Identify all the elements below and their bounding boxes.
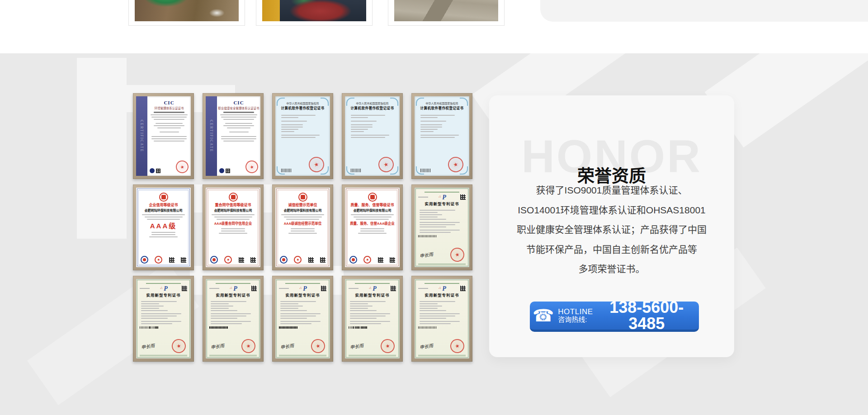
- description-line: ISO14001环境管理体系认证和OHSAS18001: [503, 200, 721, 220]
- certificate-title: 计算机软件著作权登记证书: [281, 107, 325, 110]
- green-ornament: [146, 283, 181, 284]
- qr-code: [182, 286, 187, 291]
- certificate-paper: P 实用新型专利证书 申长雨 ★: [275, 279, 330, 358]
- description-line: 节能环保产品，中国自主创新名优产品等: [503, 240, 721, 259]
- qr-code: [226, 169, 230, 173]
- national-emblem-seal: ★: [240, 338, 257, 354]
- certificate-paper: 质量、服务、信誉等级证书 合肥珂玛环保科技有限公司 质量、服务、信誉AAA级企业…: [345, 188, 400, 267]
- national-emblem-seal: ★: [449, 246, 466, 263]
- hotline-button[interactable]: ☎ HOTLINE 咨询热线: 138-5600-3485: [530, 302, 699, 332]
- certificate-item-credit-rating[interactable]: 诚信经营示范单位 合肥珂玛环保科技有限公司 AAA级诚信经营示范单位 ★: [272, 184, 333, 270]
- certificate-paper: CERTIFICATE CIC 职业健康安全管理体系认证证书 ★: [206, 96, 260, 176]
- issuing-authority: 中华人民共和国国家版权局: [356, 102, 388, 105]
- issuing-authority: 中华人民共和国国家版权局: [425, 102, 458, 105]
- certificate-item-credit-rating[interactable]: 质量、服务、信誉等级证书 合肥珂玛环保科技有限公司 质量、服务、信誉AAA级企业…: [342, 184, 403, 270]
- certificate-grid: CERTIFICATE CIC 环境管理体系认证证书 ★ CERTIFICATE: [133, 93, 472, 362]
- green-footer-band: [279, 355, 326, 356]
- certificate-side-band: CERTIFICATE: [206, 96, 217, 176]
- signature: 申长雨: [349, 342, 364, 350]
- honor-card: HONOR 荣誉资质 获得了ISO9001质量管理体系认证、 ISO14001环…: [489, 95, 734, 357]
- company-name: 合肥珂玛环保科技有限公司: [354, 209, 392, 212]
- certificate-title: 重合同守信用等级证书: [215, 203, 251, 207]
- qr-code: [181, 257, 186, 263]
- phone-icon: ☎: [533, 307, 554, 324]
- certificate-item-utility-patent[interactable]: P 实用新型专利证书 申长雨 ★: [342, 276, 403, 362]
- certificate-title: 诚信经营示范单位: [288, 203, 317, 207]
- qr-code: [156, 169, 160, 173]
- project-gallery-card[interactable]: [388, 0, 505, 26]
- certificate-paper: 中华人民共和国国家版权局 计算机软件著作权登记证书 ★: [275, 96, 330, 176]
- barcode: [140, 326, 159, 329]
- round-logo: [141, 256, 148, 264]
- hotline-label-zh: 咨询热线:: [558, 316, 587, 324]
- certificate-title: 实用新型专利证书: [349, 293, 396, 297]
- certificate-side-band: CERTIFICATE: [136, 96, 147, 176]
- national-emblem-seal: ★: [379, 338, 396, 354]
- description-line: 获得了ISO9001质量管理体系认证、: [503, 180, 721, 200]
- cic-logo: CIC: [164, 100, 174, 105]
- certificate-item-utility-patent[interactable]: P 实用新型专利证书 申长雨 ★: [411, 276, 472, 362]
- project-gallery-card[interactable]: [256, 0, 373, 26]
- qr-code: [239, 257, 244, 263]
- honor-description: 获得了ISO9001质量管理体系认证、 ISO14001环境管理体系认证和OHS…: [503, 180, 721, 279]
- certificate-item-software-copyright[interactable]: 中华人民共和国国家版权局 计算机软件著作权登记证书 ★: [342, 93, 403, 179]
- round-logo: [349, 256, 357, 264]
- national-emblem-seal: ★: [449, 338, 466, 354]
- certificate-title: 环境管理体系认证证书: [155, 107, 184, 110]
- red-star-logo: ★: [224, 256, 232, 264]
- qr-code: [460, 194, 466, 200]
- qr-code: [321, 286, 326, 291]
- certificate-title: 实用新型专利证书: [418, 293, 466, 297]
- certificate-item-cic[interactable]: CERTIFICATE CIC 职业健康安全管理体系认证证书 ★: [203, 93, 264, 179]
- honor-section: CERTIFICATE CIC 环境管理体系认证证书 ★ CERTIFICATE: [0, 53, 868, 415]
- excavation-site-photo: [135, 0, 239, 21]
- grade-text: AAA级诚信经营示范单位: [284, 222, 322, 226]
- green-footer-band: [209, 355, 257, 356]
- certificate-title: 实用新型专利证书: [140, 293, 187, 297]
- concrete-pit-photo: [394, 0, 498, 21]
- red-star-logo: ★: [155, 256, 162, 264]
- cnipa-p-logo: P: [373, 286, 377, 292]
- green-ornament: [425, 192, 460, 193]
- green-ornament: [425, 283, 460, 284]
- project-gallery-card[interactable]: [128, 0, 245, 26]
- certificate-title: 实用新型专利证书: [209, 293, 257, 297]
- certificate-item-credit-rating[interactable]: 重合同守信用等级证书 合肥珂玛环保科技有限公司 AAA级重合同守信用企业 ★: [203, 184, 264, 270]
- cic-logo: CIC: [233, 100, 244, 105]
- signature: 申长雨: [419, 342, 434, 350]
- certificate-item-software-copyright[interactable]: 中华人民共和国国家版权局 计算机软件著作权登记证书 ★: [272, 93, 333, 179]
- certificate-item-software-copyright[interactable]: 中华人民共和国国家版权局 计算机软件著作权登记证书 ★: [411, 93, 472, 179]
- hotline-label-en: HOTLINE: [558, 307, 593, 316]
- certificate-title: 质量、服务、信誉等级证书: [351, 203, 394, 207]
- company-name: 合肥珂玛环保科技有限公司: [214, 209, 252, 212]
- certificate-item-utility-patent[interactable]: P 实用新型专利证书 申长雨 ★: [411, 184, 472, 270]
- qr-code: [390, 257, 395, 263]
- certificate-item-credit-rating[interactable]: 企业信用等级证书 合肥珂玛环保科技有限公司 AAA级 ★: [133, 184, 194, 270]
- certificate-item-utility-patent[interactable]: P 实用新型专利证书 申长雨 ★: [272, 276, 333, 362]
- green-ornament: [355, 283, 390, 284]
- company-name: 合肥珂玛环保科技有限公司: [145, 209, 183, 212]
- signature: 申长雨: [280, 342, 294, 350]
- certificate-paper: CERTIFICATE CIC 环境管理体系认证证书 ★: [136, 96, 191, 176]
- top-right-panel: [540, 0, 868, 22]
- hotline-labels: HOTLINE 咨询热线:: [558, 307, 593, 324]
- red-star-seal: ★: [175, 159, 189, 174]
- certificate-title: 计算机软件著作权登记证书: [351, 107, 394, 110]
- green-ornament: [216, 283, 251, 284]
- certificate-item-cic[interactable]: CERTIFICATE CIC 环境管理体系认证证书 ★: [133, 93, 194, 179]
- red-emblem: [159, 193, 168, 202]
- certificate-item-utility-patent[interactable]: P 实用新型专利证书 申长雨 ★: [133, 276, 194, 362]
- green-footer-band: [418, 264, 466, 265]
- round-logo: [280, 256, 288, 264]
- national-emblem-seal: ★: [310, 338, 326, 354]
- grade-text: AAA级: [150, 222, 177, 229]
- barcode: [279, 326, 298, 329]
- qr-code: [308, 257, 314, 263]
- red-emblem: [298, 193, 307, 202]
- certificate-item-utility-patent[interactable]: P 实用新型专利证书 申长雨 ★: [203, 276, 264, 362]
- red-star-logo: ★: [294, 256, 302, 264]
- company-name: 合肥珂玛环保科技有限公司: [284, 209, 322, 212]
- hotline-number: 138-5600-3485: [597, 299, 696, 332]
- qr-code: [320, 257, 326, 263]
- qr-code: [250, 257, 256, 263]
